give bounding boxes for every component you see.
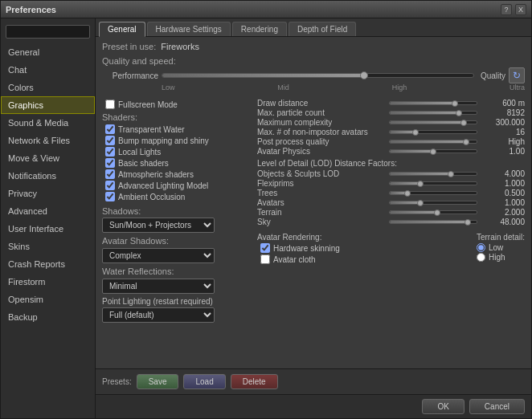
stat-non-impostor-slider[interactable] (389, 130, 477, 134)
terrain-low-radio[interactable] (477, 243, 485, 252)
shader-atmospheric-checkbox[interactable] (105, 169, 115, 179)
search-bar (1, 22, 95, 42)
terrain-low-label[interactable]: Low (489, 243, 503, 252)
sidebar-item-graphics[interactable]: Graphics (1, 96, 95, 114)
cancel-button[interactable]: Cancel (469, 399, 525, 414)
shader-bump-mapping-checkbox[interactable] (105, 136, 115, 145)
load-button[interactable]: Load (183, 374, 225, 389)
lod-terrain-slider[interactable] (389, 210, 477, 214)
sidebar-item-user-interface[interactable]: User Interface (1, 220, 95, 238)
terrain-detail-section: Terrain detail: Low High (477, 233, 525, 262)
sidebar-item-move-view[interactable]: Move & View (1, 149, 95, 167)
tab-hardware-settings[interactable]: Hardware Settings (147, 22, 231, 36)
avatar-shadows-dropdown[interactable]: Complex (102, 248, 215, 263)
shader-atmospheric-label[interactable]: Atmospheric shaders (118, 170, 194, 179)
tab-general[interactable]: General (99, 22, 145, 37)
help-button[interactable]: ? (501, 4, 512, 15)
shader-bump-mapping-label[interactable]: Bump mapping and shiny (118, 136, 209, 145)
quality-markers: Low Mid High Ultra (102, 83, 525, 92)
shader-local-lights-label[interactable]: Local Lights (118, 148, 161, 157)
lod-objects-label: Objects & Sculpts LOD (257, 169, 386, 178)
point-lighting-dropdown[interactable]: Full (default) (102, 307, 215, 323)
sidebar-item-colors[interactable]: Colors (1, 79, 95, 96)
sidebar-item-privacy[interactable]: Privacy (1, 185, 95, 202)
hardware-skinning-checkbox[interactable] (260, 243, 270, 253)
water-reflections-dropdown[interactable]: Minimal (102, 279, 215, 294)
sidebar-item-backup[interactable]: Backup (1, 308, 95, 326)
delete-button[interactable]: Delete (231, 374, 278, 389)
marker-high: High (392, 83, 407, 92)
stat-particle-count: Max. particle count 8192 (257, 108, 525, 117)
right-column: Draw distance 600 m Max. particle count (257, 98, 525, 326)
sidebar-item-opensim[interactable]: Opensim (1, 291, 95, 308)
search-input[interactable] (6, 25, 90, 39)
stat-draw-distance-slider[interactable] (389, 101, 477, 105)
shader-basic-shaders-checkbox[interactable] (105, 158, 115, 168)
water-reflections-dropdown-row: Minimal (102, 279, 251, 294)
terrain-high-label[interactable]: High (489, 253, 505, 262)
sidebar-item-general[interactable]: General (1, 43, 95, 61)
avatar-cloth-label[interactable]: Avatar cloth (273, 255, 316, 264)
lod-objects-value: 4.000 (481, 169, 525, 178)
quality-slider-thumb[interactable] (360, 71, 368, 79)
shader-advanced-lighting-checkbox[interactable] (105, 181, 115, 190)
stat-particle-count-label: Max. particle count (257, 108, 386, 117)
shader-ambient-occlusion-checkbox[interactable] (105, 192, 115, 201)
tab-rendering[interactable]: Rendering (232, 22, 287, 36)
shader-transparent-water-checkbox[interactable] (105, 124, 115, 134)
quality-slider-track[interactable] (162, 73, 474, 78)
shader-transparent-water: Transparent Water (102, 124, 251, 134)
stat-draw-distance-value: 600 m (481, 99, 525, 108)
refresh-button[interactable]: ↻ (509, 67, 525, 83)
lod-sky-slider[interactable] (389, 220, 477, 224)
terrain-low-row: Low (477, 243, 525, 252)
hardware-skinning-label[interactable]: Hardware skinning (273, 244, 340, 253)
sidebar-item-network-files[interactable]: Network & Files (1, 132, 95, 149)
lod-flexiprims-value: 1.000 (481, 179, 525, 188)
sidebar-item-chat[interactable]: Chat (1, 61, 95, 79)
terrain-high-radio[interactable] (477, 253, 485, 262)
marker-mid: Mid (277, 83, 289, 92)
stat-particle-count-slider[interactable] (389, 111, 477, 115)
lod-terrain-value: 2.000 (481, 208, 525, 217)
stat-post-process-slider[interactable] (389, 140, 477, 144)
shader-advanced-lighting-label[interactable]: Advanced Lighting Model (118, 181, 208, 190)
shader-ambient-occlusion-label[interactable]: Ambient Occlusion (118, 193, 185, 201)
sidebar-item-notifications[interactable]: Notifications (1, 167, 95, 185)
avatar-shadows-label: Avatar Shadows: (102, 236, 251, 246)
sidebar-item-firestorm[interactable]: Firestorm (1, 273, 95, 291)
sidebar-item-sound-media[interactable]: Sound & Media (1, 114, 95, 132)
lod-avatars-slider[interactable] (389, 201, 477, 205)
sidebar-item-crash-reports[interactable]: Crash Reports (1, 255, 95, 273)
fullscreen-label[interactable]: Fullscreen Mode (118, 100, 178, 109)
save-button[interactable]: Save (137, 374, 179, 389)
sidebar-item-advanced[interactable]: Advanced (1, 202, 95, 220)
lod-objects-sculpts: Objects & Sculpts LOD 4.000 (257, 169, 525, 178)
shader-transparent-water-label[interactable]: Transparent Water (118, 125, 185, 134)
lod-objects-slider[interactable] (389, 172, 477, 176)
shader-basic-shaders-label[interactable]: Basic shaders (118, 159, 169, 168)
point-lighting-label: Point Lighting (restart required) (102, 297, 251, 306)
close-button[interactable]: X (515, 4, 526, 15)
stat-avatar-physics-value: 1.00 (481, 147, 525, 156)
avatar-cloth-checkbox[interactable] (260, 254, 270, 264)
lod-trees-slider[interactable] (389, 191, 477, 195)
ok-button[interactable]: OK (422, 399, 464, 414)
lod-sky-value: 48.000 (481, 218, 525, 226)
main-panel: General Hardware Settings Rendering Dept… (96, 18, 531, 418)
shader-local-lights-checkbox[interactable] (105, 147, 115, 157)
fullscreen-checkbox[interactable] (105, 100, 115, 109)
marker-ultra: Ultra (509, 83, 525, 92)
stat-max-complexity-slider[interactable] (389, 120, 477, 124)
tab-depth-of-field[interactable]: Depth of Field (289, 22, 356, 36)
stat-avatar-physics: Avatar Physics 1.00 (257, 147, 525, 156)
main-content: General Chat Colors Graphics Sound & Med… (1, 18, 531, 418)
lod-label: Level of Detail (LOD) Distance Factors: (257, 159, 525, 168)
stat-max-complexity-label: Maximum complexity (257, 118, 386, 127)
lod-avatars-label: Avatars (257, 198, 386, 207)
lod-flexiprims-slider[interactable] (389, 181, 477, 185)
hardware-skinning-row: Hardware skinning (257, 243, 340, 253)
sidebar-item-skins[interactable]: Skins (1, 238, 95, 255)
stat-avatar-physics-slider[interactable] (389, 149, 477, 153)
shadows-dropdown[interactable]: Sun/Moon + Projectors (102, 218, 215, 233)
